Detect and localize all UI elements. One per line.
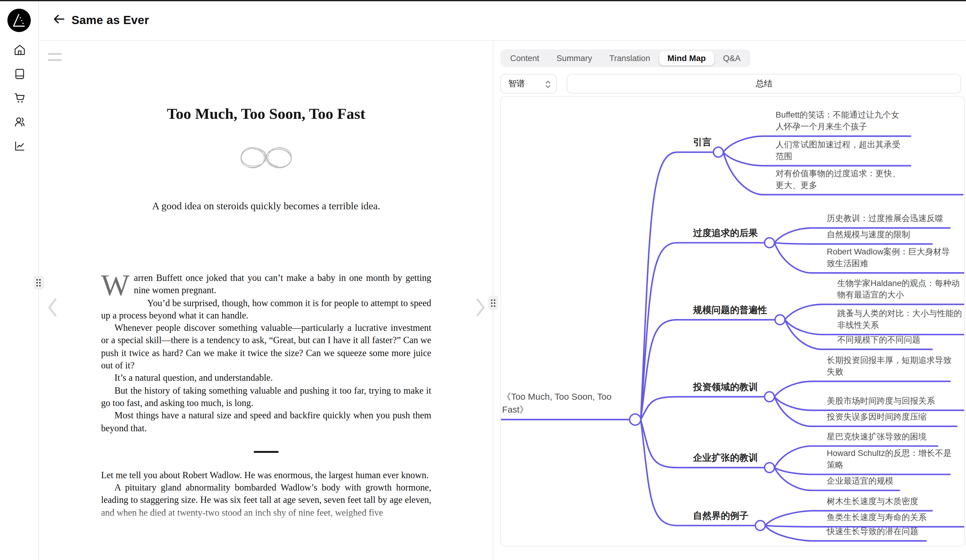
book-icon bbox=[13, 68, 26, 82]
paragraph: But the history of taking something valu… bbox=[101, 384, 431, 409]
paragraph: Whenever people discover something valua… bbox=[101, 322, 431, 372]
tab-summary[interactable]: Summary bbox=[549, 51, 600, 65]
tab-mind-map[interactable]: Mind Map bbox=[660, 51, 714, 65]
users-icon bbox=[13, 116, 26, 130]
mindmap-child-node[interactable]: 生物学家Haldane的观点：每种动物有最适宜的大小 bbox=[837, 277, 965, 301]
mindmap-child-node[interactable]: 星巴克快速扩张导致的困境 bbox=[827, 431, 944, 442]
home-icon bbox=[13, 44, 26, 58]
mindmap-child-node[interactable]: 美股市场时间跨度与回报关系 bbox=[827, 395, 955, 407]
mindmap-child-node[interactable]: Howard Schultz的反思：增长不是策略 bbox=[827, 447, 955, 471]
chapter-epigraph: A good idea on steroids quickly becomes … bbox=[101, 200, 431, 213]
chapter-title: Too Much, Too Soon, Too Fast bbox=[101, 105, 431, 122]
model-select-value: 智谱 bbox=[508, 78, 525, 89]
right-resize-handle[interactable] bbox=[488, 296, 498, 310]
mindmap-child-node[interactable]: Robert Wadlow案例：巨大身材导致生活困难 bbox=[827, 246, 955, 269]
drop-cap: W bbox=[101, 272, 134, 297]
summarize-button[interactable]: 总结 bbox=[567, 74, 961, 94]
tab-q-a[interactable]: Q&A bbox=[715, 51, 749, 65]
model-select[interactable]: 智谱 bbox=[500, 74, 557, 94]
window-top-edge bbox=[0, 0, 966, 1]
arrow-left-icon bbox=[53, 14, 64, 26]
mindmap-child-node[interactable]: 对有价值事物的过度追求：更快、更大、更多 bbox=[775, 168, 904, 191]
reader-panel: Too Much, Too Soon, Too Fast A good idea… bbox=[39, 41, 493, 560]
mindmap-child-node[interactable]: 鱼类生长速度与寿命的关系 bbox=[827, 511, 955, 523]
tab-content[interactable]: Content bbox=[502, 51, 547, 65]
chart-icon bbox=[13, 140, 26, 154]
paragraph: A pituitary gland abnormality bombarded … bbox=[101, 481, 431, 519]
header: Same as Ever bbox=[39, 0, 966, 41]
mindmap-root-node[interactable]: 《Too Much, Too Soon, Too Fast》 bbox=[502, 391, 623, 416]
mindmap-child-node[interactable]: 投资失误多因时间跨度压缩 bbox=[827, 411, 955, 422]
mindmap-branch-label[interactable]: 过度追求的后果 bbox=[693, 227, 758, 239]
left-resize-handle[interactable] bbox=[33, 276, 44, 290]
paragraph: You’d be surprised, though, how common i… bbox=[101, 297, 431, 322]
mindmap-branch-label[interactable]: 企业扩张的教训 bbox=[693, 452, 758, 464]
mindmap-canvas[interactable]: 《Too Much, Too Soon, Too Fast》引言Buffett的… bbox=[500, 96, 965, 547]
mindmap-branch-label[interactable]: 自然界的例子 bbox=[693, 510, 749, 522]
mindmap-child-node[interactable]: Buffett的笑话：不能通过让九个女人怀孕一个月来生个孩子 bbox=[775, 109, 904, 133]
mindmap-child-node[interactable]: 不同规模下的不同问题 bbox=[837, 334, 938, 346]
section-divider bbox=[254, 451, 279, 453]
paragraph: It’s a natural question, and understanda… bbox=[101, 372, 431, 384]
mindmap-child-node[interactable]: 人们常试图加速过程，超出其承受范围 bbox=[775, 139, 904, 162]
book-page: Too Much, Too Soon, Too Fast A good idea… bbox=[39, 41, 493, 534]
cart-icon bbox=[13, 92, 26, 106]
app-window: Same as Ever Too Much, Too Soon, Too Fas… bbox=[0, 0, 966, 560]
next-page-button[interactable] bbox=[473, 297, 488, 317]
chapter-body: Warren Buffett once joked that you can’t… bbox=[101, 272, 431, 519]
sidebar-item-stats[interactable] bbox=[0, 135, 39, 159]
paragraph: Most things have a natural size and spee… bbox=[101, 409, 431, 434]
tab-translation[interactable]: Translation bbox=[601, 51, 658, 65]
sidebar-item-profile[interactable] bbox=[0, 111, 39, 135]
back-button[interactable] bbox=[51, 12, 66, 28]
mindmap-child-node[interactable]: 企业最适宜的规模 bbox=[827, 475, 905, 487]
chevron-left-icon bbox=[46, 310, 59, 319]
paragraph: Warren Buffett once joked that you can’t… bbox=[101, 272, 431, 297]
mindmap-branch-label[interactable]: 引言 bbox=[693, 137, 711, 149]
infinity-scribble-image bbox=[235, 142, 297, 173]
sidebar-item-home[interactable] bbox=[0, 39, 39, 63]
ai-panel: ContentSummaryTranslationMind MapQ&A 智谱 … bbox=[493, 41, 966, 560]
mindmap-child-node[interactable]: 跳蚤与人类的对比：大小与性能的非线性关系 bbox=[837, 307, 965, 331]
mindmap-branch-label[interactable]: 投资领域的教训 bbox=[693, 381, 758, 393]
mindmap-child-node[interactable]: 历史教训：过度推展会迅速反噬 bbox=[827, 213, 955, 224]
sidebar-item-library[interactable] bbox=[0, 63, 39, 87]
paragraph: Let me tell you about Robert Wadlow. He … bbox=[101, 469, 431, 481]
app-logo[interactable] bbox=[7, 8, 31, 33]
mindmap-child-node[interactable]: 快速生长导致的潜在问题 bbox=[827, 526, 932, 537]
page-title: Same as Ever bbox=[72, 13, 149, 27]
mindmap-child-node[interactable]: 树木生长速度与木质密度 bbox=[827, 495, 938, 507]
sidebar-item-store[interactable] bbox=[0, 87, 39, 111]
sidebar-nav bbox=[0, 39, 39, 159]
mindmap-branch-label[interactable]: 规模问题的普遍性 bbox=[693, 304, 767, 316]
mindmap-child-node[interactable]: 自然规模与速度的限制 bbox=[827, 228, 938, 240]
prev-page-button[interactable] bbox=[45, 297, 60, 317]
chevron-right-icon bbox=[474, 310, 486, 319]
tab-bar: ContentSummaryTranslationMind MapQ&A bbox=[500, 49, 750, 67]
mindmap-child-node[interactable]: 长期投资回报丰厚，短期追求导致失败 bbox=[827, 354, 955, 378]
